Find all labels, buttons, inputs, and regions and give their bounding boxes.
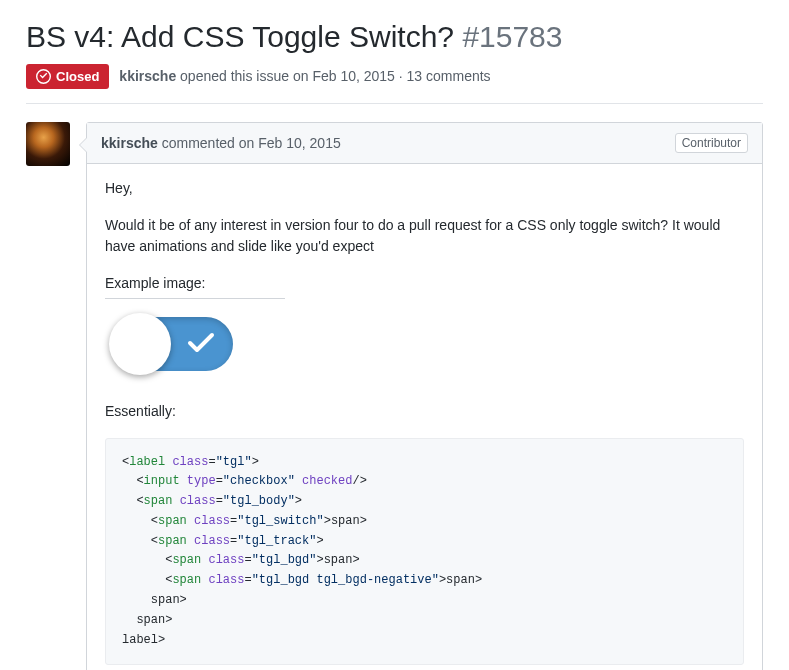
issue-opener-link[interactable]: kkirsche	[119, 68, 176, 84]
check-icon	[187, 331, 215, 355]
comment-paragraph: Would it be of any interest in version f…	[105, 215, 744, 257]
comment-author-link[interactable]: kkirsche	[101, 135, 158, 151]
issue-number: #15783	[462, 20, 562, 53]
issue-meta-text: kkirsche opened this issue on Feb 10, 20…	[119, 68, 490, 84]
state-badge-label: Closed	[56, 69, 99, 84]
comment-header: kkirsche commented on Feb 10, 2015 Contr…	[87, 123, 762, 164]
comment-body: Hey, Would it be of any interest in vers…	[87, 164, 762, 671]
issue-opened-text: opened this issue on Feb 10, 2015 · 13 c…	[180, 68, 491, 84]
state-badge-closed: Closed	[26, 64, 109, 89]
role-badge: Contributor	[675, 133, 748, 153]
issue-title-row: BS v4: Add CSS Toggle Switch? #15783	[26, 18, 763, 56]
comment-box: kkirsche commented on Feb 10, 2015 Contr…	[86, 122, 763, 671]
avatar[interactable]	[26, 122, 70, 166]
example-image-label: Example image:	[105, 273, 285, 299]
toggle-knob	[109, 313, 171, 375]
code-snippet[interactable]: <label class="tgl"> <input type="checkbo…	[105, 438, 744, 666]
issue-meta-row: Closed kkirsche opened this issue on Feb…	[26, 64, 763, 104]
comment-greeting: Hey,	[105, 178, 744, 199]
issue-title-text: BS v4: Add CSS Toggle Switch?	[26, 20, 454, 53]
issue-title: BS v4: Add CSS Toggle Switch? #15783	[26, 18, 763, 56]
toggle-switch-image	[113, 317, 233, 371]
issue-closed-icon	[36, 69, 51, 84]
timeline: kkirsche commented on Feb 10, 2015 Contr…	[26, 122, 763, 671]
comment-header-left: kkirsche commented on Feb 10, 2015	[101, 135, 341, 151]
essentially-label: Essentially:	[105, 401, 744, 422]
comment-action-text: commented on Feb 10, 2015	[162, 135, 341, 151]
